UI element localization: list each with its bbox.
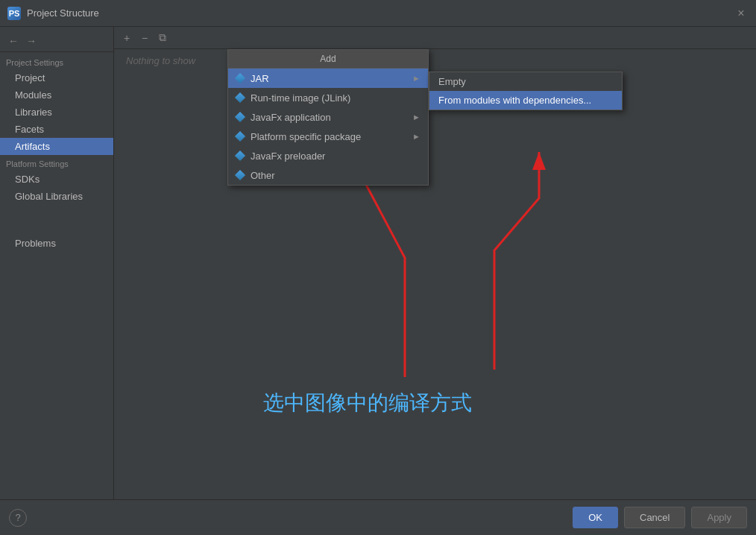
copy-button[interactable]: ⧉ [154,30,171,46]
window-title: Project Structure [27,7,99,19]
menu-item-other[interactable]: Other [228,165,428,185]
sidebar-item-global-libraries[interactable]: Global Libraries [0,188,113,205]
remove-button[interactable]: − [136,30,153,46]
section-platform-settings: Platform Settings [0,155,113,171]
sidebar-item-project[interactable]: Project [0,69,113,86]
forward-button[interactable]: → [24,34,39,48]
javafx-preloader-icon [234,150,246,162]
content-area: + − ⧉ Nothing to show Add JAR ► [114,27,756,499]
jar-submenu: Empty From modules with dependencies... [429,72,623,110]
runtime-icon [234,92,246,104]
submenu-item-from-modules[interactable]: From modules with dependencies... [429,91,622,110]
add-button[interactable]: + [119,30,135,46]
menu-item-javafx-preloader[interactable]: JavaFx preloader [228,146,428,165]
menu-header: Add [228,50,428,69]
apply-button[interactable]: Apply [691,507,747,528]
main-layout: ← → Project Settings Project Modules Lib… [0,27,756,499]
cancel-button[interactable]: Cancel [624,507,685,528]
help-button[interactable]: ? [9,509,27,527]
ok-button[interactable]: OK [573,507,618,528]
back-button[interactable]: ← [6,34,21,48]
jar-submenu-arrow: ► [412,74,420,83]
nothing-to-show-label: Nothing to show [114,49,756,72]
nav-toolbar: ← → [0,30,113,52]
app-icon: PS [7,7,21,20]
menu-item-platform-package[interactable]: Platform specific package ► [228,127,428,146]
other-icon [234,169,246,181]
content-toolbar: + − ⧉ [114,27,756,49]
title-bar: PS Project Structure × [0,0,756,27]
sidebar-item-modules[interactable]: Modules [0,86,113,104]
sidebar-item-problems[interactable]: Problems [0,235,113,252]
javafx-app-submenu-arrow: ► [412,113,420,121]
sidebar-item-artifacts[interactable]: Artifacts [0,138,113,155]
platform-pkg-submenu-arrow: ► [412,132,420,141]
javafx-app-icon [234,111,246,123]
menu-item-javafx-app[interactable]: JavaFx application ► [228,107,428,127]
chinese-annotation-text: 选中图像中的编译方式 [263,389,472,417]
section-project-settings: Project Settings [0,54,113,69]
add-context-menu: Add JAR ► Run-time image (JLink) [227,49,429,186]
submenu-item-empty[interactable]: Empty [429,72,622,91]
platform-pkg-icon [234,130,246,142]
sidebar-item-facets[interactable]: Facets [0,121,113,138]
action-buttons: OK Cancel Apply [573,507,747,528]
menu-item-jar[interactable]: JAR ► [228,69,428,88]
sidebar-item-sdks[interactable]: SDKs [0,171,113,188]
menu-item-runtime-image[interactable]: Run-time image (JLink) [228,88,428,107]
sidebar-item-libraries[interactable]: Libraries [0,104,113,121]
jar-icon [234,72,246,84]
close-button[interactable]: × [734,6,749,21]
sidebar: ← → Project Settings Project Modules Lib… [0,27,114,499]
bottom-bar: ? OK Cancel Apply [0,499,756,535]
